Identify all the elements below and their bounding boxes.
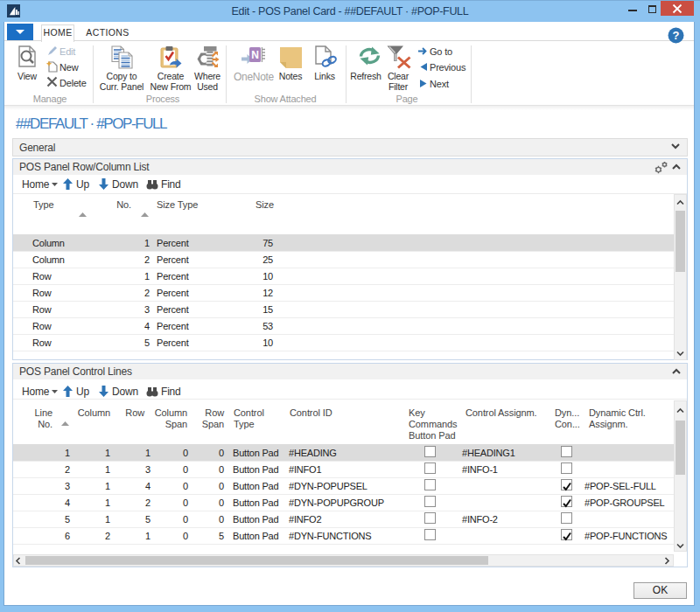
svg-text:?: ? — [673, 29, 680, 42]
svg-text:N: N — [251, 49, 259, 61]
